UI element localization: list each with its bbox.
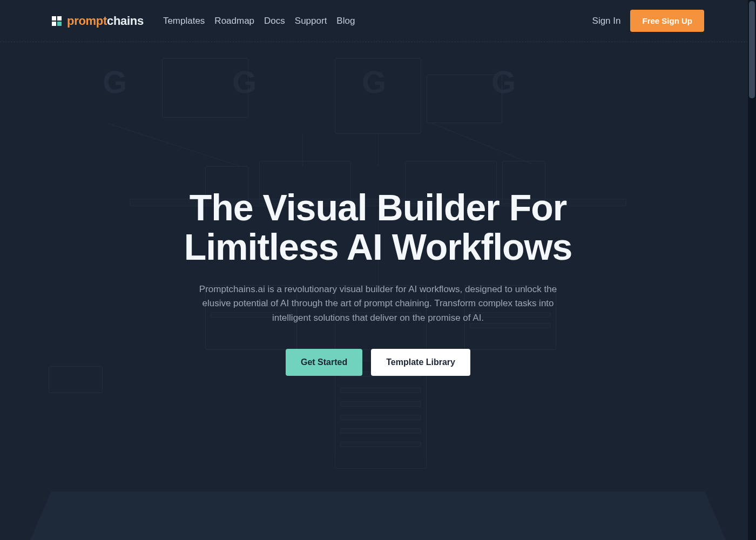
nav-docs[interactable]: Docs <box>264 16 285 26</box>
hero-subtitle: Promptchains.ai is a revolutionary visua… <box>194 282 562 325</box>
scrollbar-thumb[interactable] <box>749 1 755 98</box>
template-library-button[interactable]: Template Library <box>371 349 470 376</box>
signin-link[interactable]: Sign In <box>592 16 621 26</box>
nav-templates[interactable]: Templates <box>163 16 205 26</box>
scrollbar-track[interactable] <box>748 0 756 540</box>
header-left: promptchains Templates Roadmap Docs Supp… <box>52 14 355 28</box>
main-nav: Templates Roadmap Docs Support Blog <box>163 16 355 26</box>
nav-roadmap[interactable]: Roadmap <box>214 16 254 26</box>
nav-support[interactable]: Support <box>295 16 327 26</box>
header-right: Sign In Free Sign Up <box>592 10 704 32</box>
hero-section: The Visual Builder For Limitless AI Work… <box>0 42 756 540</box>
signup-button[interactable]: Free Sign Up <box>630 10 704 32</box>
hero-title-line1: The Visual Builder For <box>190 187 566 228</box>
logo-icon <box>52 16 62 26</box>
hero-title: The Visual Builder For Limitless AI Work… <box>184 188 572 267</box>
logo[interactable]: promptchains <box>52 14 144 28</box>
logo-text: promptchains <box>67 14 144 28</box>
hero-cta-group: Get Started Template Library <box>286 349 470 376</box>
nav-blog[interactable]: Blog <box>336 16 355 26</box>
hero-title-line2: Limitless AI Workflows <box>184 226 572 267</box>
get-started-button[interactable]: Get Started <box>286 349 362 376</box>
site-header: promptchains Templates Roadmap Docs Supp… <box>0 0 756 42</box>
